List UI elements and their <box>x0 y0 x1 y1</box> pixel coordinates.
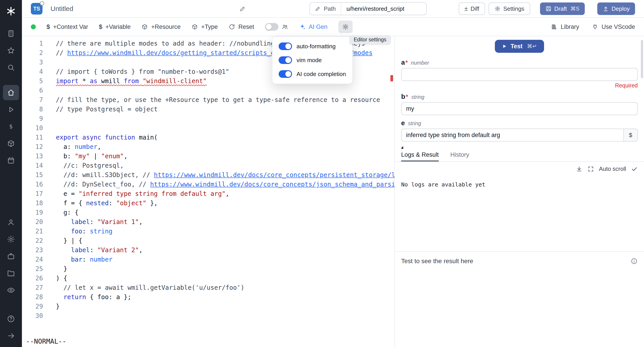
sidebar-item-search[interactable] <box>3 60 19 75</box>
code-line[interactable]: //c: Postgresql, <box>56 161 394 170</box>
add-resource-button[interactable]: +Resource <box>141 24 180 30</box>
library-button[interactable]: Library <box>551 24 579 30</box>
code-line[interactable]: return { foo: a }; <box>56 292 394 302</box>
toggle-ai-code-completion[interactable] <box>278 70 292 78</box>
logs-empty-text: No logs are available yet <box>401 181 638 188</box>
sidebar-item-collapse-sidebar[interactable] <box>3 328 19 344</box>
tab-history[interactable]: History <box>450 149 469 162</box>
form-scrollbar[interactable] <box>641 40 643 78</box>
draft-button[interactable]: Draft ⌘S <box>540 2 585 15</box>
code-line[interactable]: bar: number <box>56 255 394 264</box>
add-type-button[interactable]: +Type <box>192 24 218 30</box>
code-line[interactable]: //d: DynSelect_foo, // https://www.windm… <box>56 180 394 189</box>
diff-button[interactable]: ± Diff <box>459 2 485 15</box>
code-line[interactable]: label: "Variant 2", <box>56 246 394 255</box>
path-value[interactable]: u/henri/restored_script <box>341 3 426 15</box>
use-vscode-button[interactable]: Use VScode <box>592 24 635 30</box>
reset-button[interactable]: Reset <box>228 24 254 30</box>
code-line[interactable]: f = { nested: "object" }, <box>56 198 394 208</box>
gear-icon <box>7 235 15 244</box>
path-control[interactable]: Path u/henri/restored_script <box>310 2 427 15</box>
ai-gen-label: AI Gen <box>309 24 328 30</box>
tab-logs-result[interactable]: Logs & Result <box>401 149 439 162</box>
script-title[interactable]: Untitled <box>50 5 73 12</box>
code-lines[interactable]: // there are multiple modes to add as he… <box>56 39 394 347</box>
toggle-vim-mode[interactable] <box>278 56 292 64</box>
variable-picker-button[interactable]: $ <box>624 128 638 142</box>
windmill-logo-icon[interactable] <box>3 4 18 19</box>
sidebar-item-workers[interactable] <box>3 248 19 264</box>
sidebar-item-help[interactable] <box>3 311 19 326</box>
sidebar-item-variables[interactable]: $ <box>3 119 19 134</box>
diff-mode-toggle[interactable] <box>265 23 278 31</box>
line-number: 20 <box>22 217 43 227</box>
svg-text:$: $ <box>9 123 13 130</box>
add-variable-label: +Variable <box>106 24 131 30</box>
search-icon <box>7 63 15 72</box>
sidebar-item-folders[interactable] <box>3 266 19 281</box>
line-number: 15 <box>22 170 43 180</box>
code-line[interactable]: g: { <box>56 208 394 217</box>
line-number: 4 <box>22 67 43 76</box>
toggle-auto-formatting[interactable] <box>278 42 292 50</box>
editor-settings-popup: auto-formattingvim modeAI code completio… <box>272 36 353 84</box>
code-line[interactable]: // type Postgresql = object <box>56 105 394 114</box>
reset-label: Reset <box>238 24 254 30</box>
code-line[interactable]: foo: string <box>56 227 394 236</box>
line-number: 8 <box>22 105 43 114</box>
required-asterisk: * <box>406 93 408 100</box>
test-button[interactable]: Test ⌘↵ <box>495 40 544 53</box>
field-type: string <box>408 120 421 126</box>
script-language-badge[interactable]: TS <box>31 3 42 14</box>
code-line[interactable]: } <box>56 302 394 311</box>
line-number: 28 <box>22 292 43 302</box>
code-line[interactable]: e = "inferred type string from default a… <box>56 189 394 198</box>
sidebar-item-home[interactable] <box>3 85 19 100</box>
editor-settings-button[interactable] <box>338 20 353 33</box>
sidebar-item-apps[interactable] <box>3 26 19 41</box>
sidebar-item-settings[interactable] <box>3 232 19 247</box>
setting-row-auto-formatting: auto-formatting <box>278 42 346 50</box>
code-line[interactable]: a: number, <box>56 142 394 152</box>
code-line[interactable]: // let x = await wmill.getVariable('u/us… <box>56 283 394 292</box>
sidebar-item-audit-logs[interactable] <box>3 282 19 298</box>
status-dot <box>31 24 36 29</box>
info-icon[interactable] <box>630 258 638 265</box>
add-context-var-button[interactable]: $ +Context Var <box>46 23 88 30</box>
library-label: Library <box>560 24 579 30</box>
code-line[interactable]: // fill the type, or use the +Resource t… <box>56 95 394 105</box>
ai-gen-button[interactable]: AI Gen <box>299 24 328 30</box>
arg-input-a[interactable] <box>401 68 638 81</box>
add-variable-button[interactable]: $ +Variable <box>99 23 130 30</box>
code-line[interactable]: ) { <box>56 274 394 283</box>
code-line[interactable]: b: "my" | "enum", <box>56 152 394 161</box>
download-logs-icon[interactable] <box>576 166 582 172</box>
library-icon <box>551 24 558 30</box>
code-line[interactable] <box>56 86 394 95</box>
code-line[interactable]: } | { <box>56 236 394 246</box>
arg-input-b[interactable] <box>401 102 638 115</box>
sidebar-item-users[interactable] <box>3 215 19 230</box>
expand-logs-icon[interactable] <box>588 166 594 172</box>
code-line[interactable] <box>56 311 394 320</box>
add-resource-label: +Resource <box>151 24 180 30</box>
edit-summary-pencil-icon[interactable] <box>239 5 246 12</box>
deploy-button[interactable]: Deploy <box>597 2 635 15</box>
sidebar-item-favorites[interactable] <box>3 43 19 58</box>
code-line[interactable] <box>56 114 394 124</box>
arg-input-e[interactable] <box>401 128 624 142</box>
code-line[interactable]: label: "Variant 1", <box>56 217 394 227</box>
code-line[interactable] <box>56 124 394 133</box>
autoscroll-check-icon[interactable] <box>631 166 638 172</box>
sidebar-item-runs[interactable] <box>3 102 19 117</box>
code-line[interactable]: //d: wmill.S3Object, // https://www.wind… <box>56 170 394 180</box>
sidebar-item-resources[interactable] <box>3 136 19 151</box>
sidebar-bottom-group <box>0 311 22 344</box>
sidebar-item-schedules[interactable] <box>3 153 19 168</box>
settings-button[interactable]: Settings <box>488 2 530 15</box>
code-line[interactable]: export async function main( <box>56 133 394 142</box>
deploy-icon <box>603 6 609 12</box>
code-line[interactable]: } <box>56 264 394 274</box>
path-edit-button[interactable]: Path <box>310 3 341 15</box>
briefcase-icon <box>7 252 15 260</box>
